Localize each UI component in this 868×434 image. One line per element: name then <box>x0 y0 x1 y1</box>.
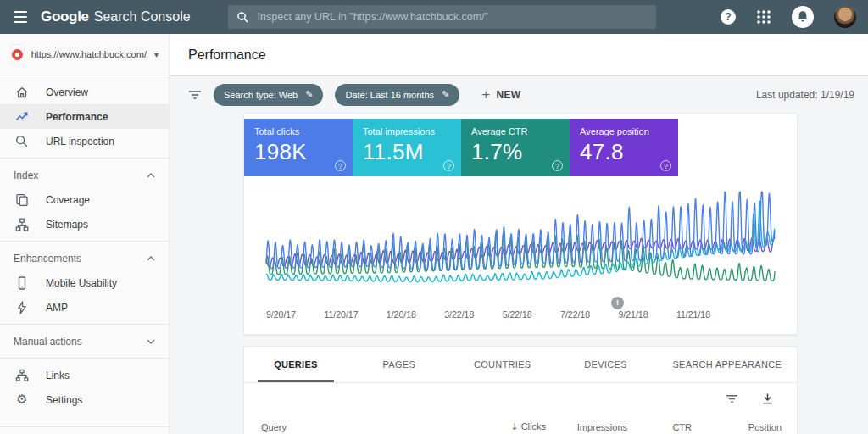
search-input[interactable] <box>256 10 648 24</box>
edit-pencil-icon[interactable]: ✎ <box>305 89 313 100</box>
table-header-row: Query ↓Clicks Impressions CTR Position <box>244 415 797 432</box>
url-inspect-searchbox[interactable] <box>228 5 656 29</box>
chip-label: Date: Last 16 months <box>345 90 434 100</box>
site-favicon-icon <box>12 45 24 64</box>
x-tick: 9/21/18 <box>618 309 648 320</box>
dimension-tabs: QUERIES PAGES COUNTRIES DEVICES SEARCH A… <box>244 347 797 383</box>
metric-help-icon[interactable]: ? <box>443 160 454 171</box>
sidebar-item-label: URL inspection <box>46 136 114 147</box>
sidebar-item-url-inspection[interactable]: URL inspection <box>0 129 169 153</box>
property-selector[interactable]: https://www.hatchbuck.com/ ▾ <box>0 34 169 75</box>
sidebar-item-links[interactable]: Links <box>0 363 169 387</box>
divider <box>0 358 169 359</box>
links-icon <box>14 368 30 383</box>
column-position[interactable]: Position <box>692 422 782 432</box>
divider <box>0 426 169 427</box>
sitemaps-tree-icon <box>14 217 30 232</box>
coverage-pages-icon <box>14 192 30 208</box>
metric-card-average-position[interactable]: Average position 47.8 ? <box>570 119 678 176</box>
column-query[interactable]: Query <box>261 422 461 432</box>
sidebar-item-sitemaps[interactable]: Sitemaps <box>0 212 169 236</box>
sidebar-item-label: Sitemaps <box>46 219 88 231</box>
metric-label: Total impressions <box>363 126 451 136</box>
column-clicks[interactable]: ↓Clicks <box>461 421 546 432</box>
topbar-actions: ? <box>721 6 868 28</box>
queries-table-card: QUERIES PAGES COUNTRIES DEVICES SEARCH A… <box>243 346 798 434</box>
apps-grid-icon[interactable] <box>756 9 771 25</box>
sidebar-item-label: Overview <box>46 86 88 98</box>
user-avatar[interactable] <box>834 6 856 28</box>
top-app-bar: Google Search Console ? <box>0 0 868 34</box>
filter-chip-search-type[interactable]: Search type: Web ✎ <box>214 84 323 106</box>
x-tick: 11/20/17 <box>324 309 358 320</box>
filter-icon[interactable] <box>188 89 202 101</box>
main-content: Performance Search type: Web ✎ Date: Las… <box>170 0 868 434</box>
section-title: Index <box>14 170 38 181</box>
chevron-down-icon <box>147 339 155 344</box>
table-filter-icon[interactable] <box>726 393 738 404</box>
sidebar-item-overview[interactable]: Overview <box>0 80 169 104</box>
spacer <box>0 412 169 422</box>
sidebar-item-performance[interactable]: Performance <box>0 104 169 129</box>
tab-label: DEVICES <box>584 359 626 370</box>
chart-annotation-marker[interactable]: ! <box>611 297 624 309</box>
tab-label: PAGES <box>383 359 416 370</box>
tab-countries[interactable]: COUNTRIES <box>451 347 554 382</box>
tab-pages[interactable]: PAGES <box>348 347 451 382</box>
metric-cards: Total clicks 198K ? Total impressions 11… <box>244 114 678 176</box>
app-logo: Google Search Console <box>41 8 191 25</box>
notifications-bell-icon[interactable] <box>792 6 814 28</box>
filter-chip-date[interactable]: Date: Last 16 months ✎ <box>335 84 459 106</box>
help-icon[interactable]: ? <box>721 9 736 25</box>
product-wordmark: Search Console <box>94 9 191 25</box>
amp-lightning-icon <box>14 300 30 315</box>
search-icon <box>236 11 249 24</box>
sidebar-item-amp[interactable]: AMP <box>0 295 169 320</box>
sidebar-section-index[interactable]: Index <box>0 163 169 187</box>
chevron-up-icon <box>147 256 155 261</box>
sidebar-item-mobile-usability[interactable]: Mobile Usability <box>0 270 169 295</box>
edit-pencil-icon[interactable]: ✎ <box>442 89 449 100</box>
x-tick: 11/21/18 <box>676 309 710 320</box>
tab-devices[interactable]: DEVICES <box>554 347 658 382</box>
metric-help-icon[interactable]: ? <box>660 160 671 171</box>
sidebar-section-enhancements[interactable]: Enhancements <box>0 246 169 270</box>
sidebar-item-label: Performance <box>46 111 108 123</box>
metric-card-average-ctr[interactable]: Average CTR 1.7% ? <box>461 119 570 176</box>
tab-search-appearance[interactable]: SEARCH APPEARANCE <box>658 347 798 382</box>
table-toolbar <box>244 383 797 415</box>
sidebar-section-manual-actions[interactable]: Manual actions <box>0 329 169 353</box>
tab-queries[interactable]: QUERIES <box>244 347 348 382</box>
metric-help-icon[interactable]: ? <box>552 160 563 171</box>
metric-card-total-clicks[interactable]: Total clicks 198K ? <box>244 119 353 176</box>
metric-card-total-impressions[interactable]: Total impressions 11.5M ? <box>353 119 461 176</box>
x-tick: 1/20/18 <box>387 309 416 320</box>
divider <box>0 324 169 325</box>
sidebar-item-label: Settings <box>46 394 82 406</box>
metric-help-icon[interactable]: ? <box>335 160 346 171</box>
column-impressions[interactable]: Impressions <box>546 422 627 432</box>
sidebar-item-coverage[interactable]: Coverage <box>0 187 169 212</box>
divider <box>0 241 169 242</box>
download-icon[interactable] <box>761 392 774 405</box>
metric-value: 198K <box>254 139 342 165</box>
performance-line-chart <box>266 190 775 293</box>
metric-value: 11.5M <box>363 139 451 165</box>
menu-icon[interactable] <box>0 0 41 34</box>
home-icon <box>14 85 30 100</box>
new-filter-button[interactable]: + NEW <box>476 86 526 103</box>
new-filter-label: NEW <box>496 89 520 101</box>
app-root: Google Search Console ? <box>0 0 868 434</box>
sidebar: https://www.hatchbuck.com/ ▾ Overview P <box>0 34 170 434</box>
metric-value: 1.7% <box>471 139 559 165</box>
sidebar-item-label: AMP <box>46 302 68 314</box>
performance-chart-icon <box>14 109 30 125</box>
filter-bar: Search type: Web ✎ Date: Last 16 months … <box>170 76 868 113</box>
sidebar-nav: Overview Performance URL inspection <box>0 75 169 434</box>
metric-value: 47.8 <box>580 139 668 165</box>
column-ctr[interactable]: CTR <box>627 422 692 432</box>
sidebar-item-settings[interactable]: ⚙ Settings <box>0 387 169 412</box>
page-title: Performance <box>188 47 266 63</box>
tab-label: COUNTRIES <box>474 359 531 370</box>
x-tick: 3/22/18 <box>444 309 474 320</box>
